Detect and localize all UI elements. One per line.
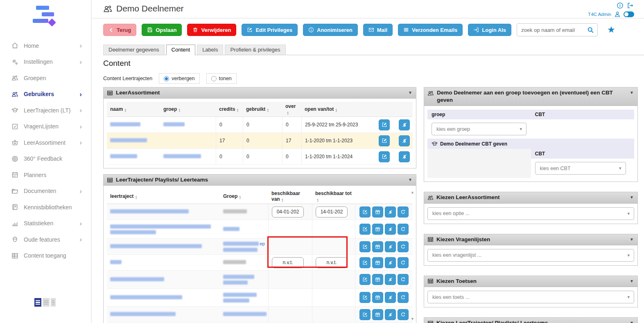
refresh-button[interactable] [398,309,409,320]
cbt-select[interactable]: kies een CBT [535,162,626,175]
sidebar-item-360-feedback[interactable]: 360° Feedback [0,151,91,167]
tab-deelnemer-gegevens[interactable]: Deelnemer gegevens [103,45,165,55]
gift-button[interactable] [372,241,383,252]
edit-button[interactable] [359,206,371,218]
delete-button[interactable]: Verwijderen [187,24,236,36]
sidebar-item-groepen[interactable]: Groepen [0,70,91,86]
redacted-link[interactable] [110,224,211,229]
col-beschikbaar-van[interactable]: beschikbaar van▴▾ [268,189,312,204]
credits-button[interactable] [385,224,396,235]
save-button[interactable]: Opslaan [142,24,182,36]
credits-button[interactable] [385,292,396,303]
sidebar-item-oude-features[interactable]: Oude features› [0,231,91,248]
collapse-icon[interactable]: ▼ [630,195,634,200]
redacted-link[interactable] [110,277,164,281]
redacted-link[interactable] [110,295,182,299]
logout-icon[interactable] [627,2,634,9]
edit-button[interactable] [359,241,371,252]
radio-tonen[interactable]: tonen [206,73,237,84]
edit-button[interactable] [379,119,390,130]
date-from-input[interactable]: 04-01-202 [272,206,304,218]
collapse-icon[interactable]: ▼ [630,278,634,284]
sidebar-item-leerassortiment[interactable]: LeerAssortiment› [0,135,91,151]
redacted-link[interactable] [110,138,147,142]
collapse-icon[interactable]: ▼ [408,177,412,183]
tab-profielen-privileges[interactable]: Profielen & privileges [225,45,285,55]
refresh-button[interactable] [398,241,409,252]
col-credits[interactable]: credits▴▾ [216,105,243,114]
layout-toggle-compact-icon[interactable] [51,298,56,307]
edit-button[interactable] [359,224,371,235]
login-as-button[interactable]: Login Als [468,24,511,36]
gift-button[interactable] [372,224,383,235]
sent-emails-button[interactable]: Verzonden Emails [398,24,463,36]
redacted-link[interactable] [110,154,137,158]
sidebar-item-kennisbibliotheken[interactable]: Kennisbibliotheken [0,199,91,215]
redacted-link[interactable] [223,227,240,231]
gift-button[interactable] [372,309,383,320]
favorite-star-icon[interactable]: ★ [607,25,615,35]
date-to-input[interactable]: 14-01-202 [316,206,348,218]
redacted-link[interactable] [163,154,201,158]
credits-button[interactable] [399,135,410,146]
edit-button[interactable] [359,309,371,320]
sidebar-item-planners[interactable]: Planners [0,167,91,183]
col-open[interactable]: open van/tot▴▾ [301,105,375,114]
refresh-button[interactable] [398,206,409,218]
vragenlijst-select[interactable]: kies een vragenlijst ... [427,249,634,262]
col-groep[interactable]: Groep▴▾ [220,192,268,201]
gift-button[interactable] [372,274,383,285]
redacted-link[interactable] [223,275,254,279]
gift-button[interactable] [372,206,383,218]
date-from-input[interactable]: n.v.t. [272,257,304,268]
collapse-icon[interactable]: ▼ [408,90,412,96]
sidebar-item-home[interactable]: Home› [0,38,91,54]
collapse-icon[interactable]: ▼ [630,90,634,96]
edit-button[interactable] [379,135,390,146]
redacted-link[interactable] [110,260,122,264]
redacted-link[interactable] [223,248,258,252]
credits-button[interactable] [385,241,396,252]
layout-toggle-grid-icon[interactable] [43,298,50,307]
theme-toggle[interactable] [624,11,634,17]
edit-button[interactable] [359,274,371,285]
back-button[interactable]: Terug [103,24,136,36]
credits-button[interactable] [385,274,396,285]
leerassortiment-select[interactable]: kies een optie ... [427,207,634,220]
date-to-input[interactable]: n.v.t. [316,257,348,268]
credits-button[interactable] [399,151,410,162]
gift-button[interactable] [372,257,383,268]
sidebar-item-content-toegang[interactable]: Content toegang [0,248,91,264]
redacted-link[interactable] [110,122,140,126]
person-icon[interactable] [614,11,621,18]
col-gebruikt[interactable]: gebruikt▴▾ [243,105,282,114]
search-input[interactable] [521,27,587,33]
collapse-icon[interactable]: ▼ [630,320,634,323]
collapse-icon[interactable]: ▼ [630,237,634,242]
col-over[interactable]: over▴▾ [282,102,301,117]
credits-button[interactable] [399,119,410,130]
edit-button[interactable] [379,151,390,162]
redacted-link[interactable] [110,209,189,213]
anonymize-button[interactable]: Anonimiseren [303,24,358,36]
redacted-link[interactable] [223,293,257,297]
edit-button[interactable] [359,292,371,303]
tab-labels[interactable]: Labels [197,45,223,55]
redacted-link[interactable] [110,244,202,248]
sidebar-item-gebruikers[interactable]: Gebruikers› [0,86,91,103]
refresh-button[interactable] [398,274,409,285]
sidebar-item-statistieken[interactable]: Statistieken› [0,215,91,232]
scroll-up-icon[interactable]: ▲ [411,190,414,194]
sidebar-item-instellingen[interactable]: Instellingen› [0,54,91,70]
gift-button[interactable] [372,292,383,303]
credits-button[interactable] [385,309,396,320]
redacted-link[interactable] [110,230,156,234]
redacted-link[interactable] [223,280,248,285]
sidebar-item-documenten[interactable]: Documenten› [0,183,91,200]
credits-button[interactable] [385,257,396,268]
redacted-link[interactable] [110,312,176,316]
info-icon[interactable] [617,2,624,9]
redacted-link[interactable] [223,242,259,246]
toets-select[interactable]: kies een toets ... [427,291,634,303]
redacted-link[interactable] [163,122,185,126]
